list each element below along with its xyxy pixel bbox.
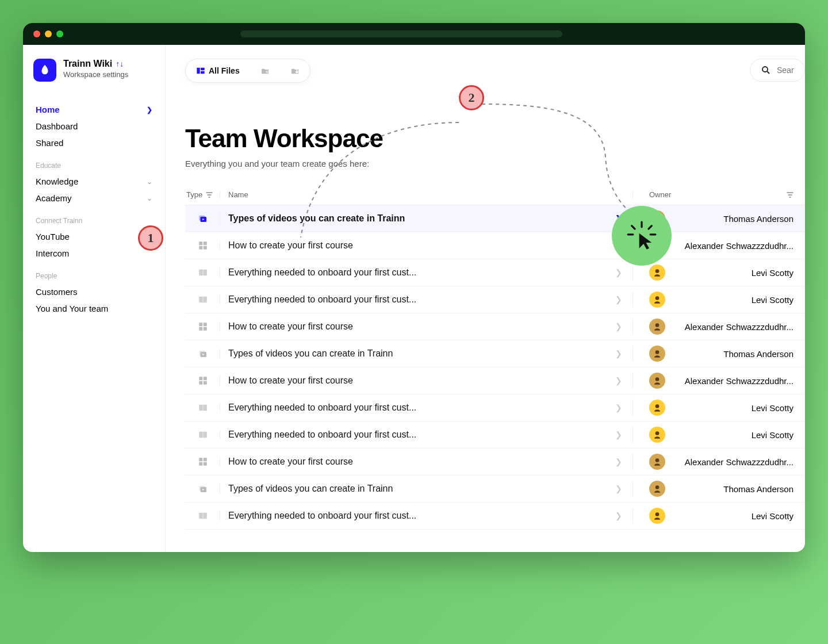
row-owner: Levi Scotty	[632, 400, 805, 416]
table-header: Type Name Owner	[185, 185, 805, 205]
table-row[interactable]: How to create your first course❯ Alexand…	[185, 232, 805, 259]
svg-rect-23	[204, 327, 207, 331]
sidebar: Trainn Wiki ↑↓ Workspace settings Home❯D…	[23, 45, 166, 552]
table-row[interactable]: Types of videos you can create in Trainn…	[185, 205, 805, 232]
row-owner: Alexander Schwazzzdudhr...	[632, 454, 805, 470]
maximize-dot[interactable]	[56, 30, 63, 37]
search-box[interactable]	[750, 59, 805, 82]
chevron-right-icon: ❯	[615, 403, 622, 412]
svg-rect-20	[199, 323, 202, 326]
svg-rect-14	[204, 246, 207, 250]
svg-point-6	[762, 67, 768, 72]
svg-point-34	[656, 404, 660, 408]
chevron-right-icon: ❯	[615, 295, 622, 304]
tutorial-cursor-bubble	[612, 206, 672, 266]
svg-rect-22	[199, 327, 202, 331]
row-owner: Levi Scotty	[632, 427, 805, 443]
svg-rect-1	[201, 68, 205, 71]
table-row[interactable]: How to create your first course❯ Alexand…	[185, 313, 805, 340]
row-owner: Alexander Schwazzzdudhr...	[632, 373, 805, 389]
nav-item-customers[interactable]: Customers	[31, 283, 157, 300]
header-name[interactable]: Name	[220, 190, 632, 199]
row-type-icon	[185, 348, 220, 359]
row-type-icon	[185, 484, 220, 494]
table-row[interactable]: Everything needed to onboard your first …	[185, 421, 805, 448]
row-type-icon	[185, 240, 220, 251]
svg-rect-2	[201, 71, 205, 74]
avatar	[649, 373, 665, 389]
svg-point-44	[656, 485, 660, 489]
url-bar[interactable]	[240, 30, 562, 37]
search-input[interactable]	[777, 66, 794, 75]
svg-point-36	[656, 431, 660, 435]
row-type-icon	[185, 294, 220, 305]
nav-item-academy[interactable]: Academy⌄	[31, 190, 157, 206]
header-owner[interactable]: Owner	[632, 190, 805, 199]
svg-rect-40	[204, 462, 207, 466]
table-row[interactable]: How to create your first course❯ Alexand…	[185, 448, 805, 476]
workspace-subtitle[interactable]: Workspace settings	[63, 70, 155, 79]
row-name: How to create your first course❯	[220, 240, 632, 251]
table-row[interactable]: Types of videos you can create in Trainn…	[185, 476, 805, 503]
header-type[interactable]: Type	[185, 190, 220, 199]
svg-point-24	[656, 323, 660, 327]
row-name: Everything needed to onboard your first …	[220, 511, 632, 521]
row-name: How to create your first course❯	[220, 457, 632, 467]
chevron-right-icon: ❯	[615, 457, 622, 466]
nav-item-dashboard[interactable]: Dashboard	[31, 118, 157, 135]
svg-point-4	[266, 71, 267, 72]
chevron-down-icon: ⌄	[147, 194, 152, 202]
filter-shared-icon[interactable]	[252, 62, 278, 80]
nav-section-label: People	[31, 262, 157, 283]
avatar	[649, 508, 665, 524]
nav-section-label: Educate	[31, 151, 157, 173]
chevron-right-icon: ❯	[615, 484, 622, 493]
table-row[interactable]: Everything needed to onboard your first …	[185, 394, 805, 421]
row-name: Types of videos you can create in Trainn…	[220, 348, 632, 359]
table-row[interactable]: Types of videos you can create in Trainn…	[185, 340, 805, 367]
row-type-icon	[185, 375, 220, 386]
nav-item-intercom[interactable]: Intercom	[31, 245, 157, 262]
chevron-right-icon: ❯	[615, 511, 622, 520]
close-dot[interactable]	[33, 30, 40, 37]
svg-rect-21	[204, 323, 207, 326]
filter-private-icon[interactable]	[282, 62, 308, 80]
row-name: Types of videos you can create in Trainn…	[220, 484, 632, 494]
row-type-icon	[185, 267, 220, 278]
row-name: How to create your first course❯	[220, 321, 632, 332]
svg-line-48	[632, 226, 635, 229]
svg-rect-11	[199, 241, 202, 245]
nav-item-home[interactable]: Home❯	[31, 101, 157, 118]
table-row[interactable]: Everything needed to onboard your first …	[185, 503, 805, 530]
page-title: Team Workspace	[185, 124, 805, 153]
avatar	[649, 264, 665, 281]
tutorial-badge-2: 2	[459, 85, 484, 110]
row-type-icon	[185, 321, 220, 332]
nav-section-label: Connect Trainn	[31, 206, 157, 228]
row-name: Everything needed to onboard your first …	[220, 294, 632, 305]
tutorial-badge-1: 1	[138, 225, 163, 251]
row-type-icon	[185, 511, 220, 521]
table-row[interactable]: Everything needed to onboard your first …	[185, 259, 805, 286]
nav-item-knowledge[interactable]: Knowledge⌄	[31, 173, 157, 190]
sort-icon[interactable]: ↑↓	[116, 59, 124, 68]
nav-item-shared[interactable]: Shared	[31, 135, 157, 151]
filter-all-files[interactable]: All Files	[188, 62, 248, 80]
filter-pills: All Files	[185, 59, 310, 83]
avatar	[649, 346, 665, 362]
table-row[interactable]: Everything needed to onboard your first …	[185, 286, 805, 313]
table-row[interactable]: How to create your first course❯ Alexand…	[185, 367, 805, 394]
svg-line-49	[649, 226, 651, 229]
avatar	[649, 292, 665, 308]
minimize-dot[interactable]	[45, 30, 52, 37]
row-owner: Thomas Anderson	[632, 346, 805, 362]
row-name: Everything needed to onboard your first …	[220, 267, 632, 278]
nav-item-you-and-your-team[interactable]: You and Your team	[31, 300, 157, 317]
svg-rect-13	[199, 246, 202, 250]
chevron-right-icon: ❯	[615, 349, 622, 358]
row-type-icon	[185, 430, 220, 440]
row-type-icon	[185, 213, 220, 224]
row-type-icon	[185, 402, 220, 413]
workspace-header[interactable]: Trainn Wiki ↑↓ Workspace settings	[31, 59, 157, 82]
svg-point-17	[656, 269, 660, 273]
